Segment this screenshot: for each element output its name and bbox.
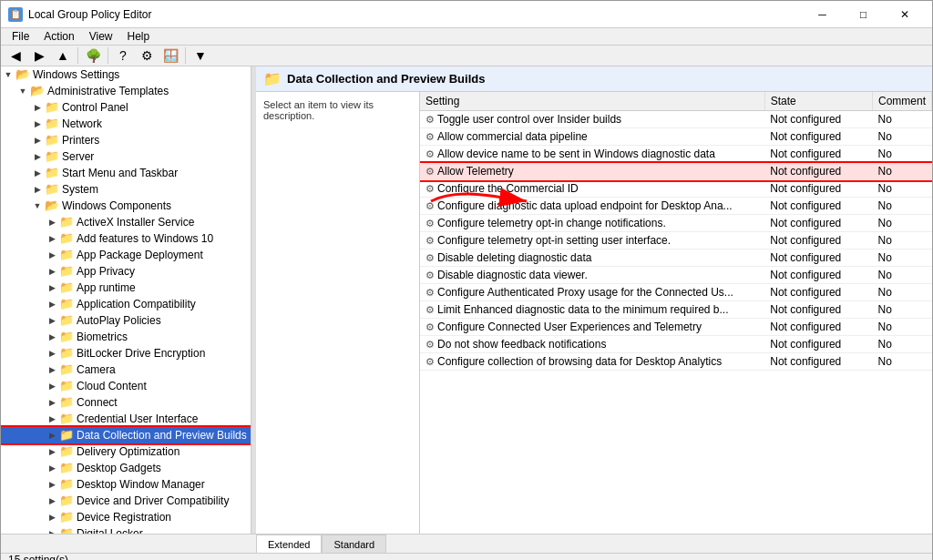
expander-app-package[interactable]: ▶ bbox=[45, 248, 59, 262]
comment-cell-4: No bbox=[872, 180, 931, 198]
tree-item-app-package[interactable]: ▶📁App Package Deployment bbox=[1, 247, 251, 263]
expander-bitlocker[interactable]: ▶ bbox=[45, 346, 59, 361]
properties-button[interactable]: ⚙ bbox=[136, 46, 158, 66]
expander-digital-locker[interactable]: ▶ bbox=[45, 526, 59, 534]
tree-item-add-features[interactable]: ▶📁Add features to Windows 10 bbox=[1, 230, 251, 247]
filter-button[interactable]: ▼ bbox=[190, 46, 211, 66]
tree-item-camera[interactable]: ▶📁Camera bbox=[1, 361, 251, 378]
col-comment[interactable]: Comment bbox=[872, 92, 931, 111]
expander-app-compat[interactable]: ▶ bbox=[45, 297, 59, 311]
table-row[interactable]: ⚙Allow device name to be sent in Windows… bbox=[420, 146, 932, 163]
maximize-button[interactable]: □ bbox=[843, 1, 884, 28]
table-row[interactable]: ⚙Configure collection of browsing data f… bbox=[420, 353, 932, 371]
tree-item-activex[interactable]: ▶📁ActiveX Installer Service bbox=[1, 214, 251, 230]
up-button[interactable]: ▲ bbox=[52, 46, 74, 66]
table-row[interactable]: ⚙Configure diagnostic data upload endpoi… bbox=[420, 198, 932, 215]
expander-windows-settings[interactable]: ▼ bbox=[1, 67, 15, 82]
expander-control-panel[interactable]: ▶ bbox=[30, 100, 45, 115]
help-button[interactable]: ? bbox=[112, 46, 134, 66]
expander-start-menu[interactable]: ▶ bbox=[30, 166, 45, 180]
tree-item-connect[interactable]: ▶📁Connect bbox=[1, 394, 251, 411]
menu-view[interactable]: View bbox=[82, 28, 120, 45]
row-icon-0: ⚙ bbox=[425, 114, 435, 125]
tree-item-biometrics[interactable]: ▶📁Biometrics bbox=[1, 329, 251, 345]
table-row[interactable]: ⚙Disable deleting diagnostic dataNot con… bbox=[420, 249, 932, 267]
tree-item-desktop-gadgets[interactable]: ▶📁Desktop Gadgets bbox=[1, 460, 251, 476]
forward-button[interactable]: ▶ bbox=[28, 46, 50, 66]
setting-cell-5: ⚙Configure diagnostic data upload endpoi… bbox=[420, 198, 764, 215]
tree-item-system[interactable]: ▶📁System bbox=[1, 181, 251, 198]
table-row[interactable]: ⚙Configure the Commercial IDNot configur… bbox=[420, 180, 932, 198]
expander-windows-components[interactable]: ▼ bbox=[30, 199, 45, 213]
expander-device-reg[interactable]: ▶ bbox=[45, 510, 59, 524]
expander-biometrics[interactable]: ▶ bbox=[45, 330, 59, 344]
tree-item-device-driver[interactable]: ▶📁Device and Driver Compatibility bbox=[1, 493, 251, 509]
table-row[interactable]: ⚙Configure telemetry opt-in setting user… bbox=[420, 232, 932, 249]
tree-item-digital-locker[interactable]: ▶📁Digital Locker bbox=[1, 525, 251, 534]
tab-standard[interactable]: Standard bbox=[322, 535, 386, 553]
expander-app-privacy[interactable]: ▶ bbox=[45, 264, 59, 279]
show-hide-tree[interactable]: 🌳 bbox=[82, 46, 104, 66]
table-row[interactable]: ⚙Disable diagnostic data viewer.Not conf… bbox=[420, 267, 932, 284]
back-button[interactable]: ◀ bbox=[5, 46, 26, 66]
table-row[interactable]: ⚙Allow TelemetryNot configuredNo bbox=[420, 163, 932, 180]
tree-item-start-menu[interactable]: ▶📁Start Menu and Taskbar bbox=[1, 165, 251, 181]
folder-icon-app-privacy: 📁 bbox=[59, 264, 74, 279]
tree-item-windows-settings[interactable]: ▼📂Windows Settings bbox=[1, 66, 251, 83]
table-row[interactable]: ⚙Allow commercial data pipelineNot confi… bbox=[420, 128, 932, 146]
menu-file[interactable]: File bbox=[5, 28, 36, 45]
tree-label-admin-templates: Administrative Templates bbox=[47, 85, 169, 97]
tree-item-network[interactable]: ▶📁Network bbox=[1, 116, 251, 132]
menu-help[interactable]: Help bbox=[120, 28, 158, 45]
tree-item-bitlocker[interactable]: ▶📁BitLocker Drive Encryption bbox=[1, 345, 251, 361]
expander-camera[interactable]: ▶ bbox=[45, 362, 59, 377]
tree-item-credential-ui[interactable]: ▶📁Credential User Interface bbox=[1, 411, 251, 427]
new-window[interactable]: 🪟 bbox=[159, 46, 181, 66]
expander-delivery-opt[interactable]: ▶ bbox=[45, 444, 59, 459]
expander-admin-templates[interactable]: ▼ bbox=[15, 84, 30, 98]
tree-item-control-panel[interactable]: ▶📁Control Panel bbox=[1, 99, 251, 116]
close-button[interactable]: ✕ bbox=[884, 1, 925, 28]
expander-system[interactable]: ▶ bbox=[30, 182, 45, 197]
table-row[interactable]: ⚙Limit Enhanced diagnostic data to the m… bbox=[420, 301, 932, 319]
tree-item-app-runtime[interactable]: ▶📁App runtime bbox=[1, 280, 251, 296]
expander-cloud-content[interactable]: ▶ bbox=[45, 379, 59, 393]
tree-item-desktop-window[interactable]: ▶📁Desktop Window Manager bbox=[1, 476, 251, 493]
tree-item-data-collection[interactable]: ▶📁Data Collection and Preview Builds bbox=[1, 427, 251, 443]
expander-desktop-gadgets[interactable]: ▶ bbox=[45, 461, 59, 475]
expander-network[interactable]: ▶ bbox=[30, 117, 45, 131]
tree-item-server[interactable]: ▶📁Server bbox=[1, 148, 251, 165]
col-state[interactable]: State bbox=[764, 92, 872, 111]
table-row[interactable]: ⚙Toggle user control over Insider builds… bbox=[420, 111, 932, 128]
expander-printers[interactable]: ▶ bbox=[30, 133, 45, 148]
minimize-button[interactable]: ─ bbox=[802, 1, 843, 28]
expander-add-features[interactable]: ▶ bbox=[45, 231, 59, 246]
tree-item-device-reg[interactable]: ▶📁Device Registration bbox=[1, 509, 251, 525]
tree-item-delivery-opt[interactable]: ▶📁Delivery Optimization bbox=[1, 443, 251, 460]
tree-item-app-privacy[interactable]: ▶📁App Privacy bbox=[1, 263, 251, 280]
tree-item-printers[interactable]: ▶📁Printers bbox=[1, 132, 251, 148]
expander-data-collection[interactable]: ▶ bbox=[45, 428, 59, 443]
table-row[interactable]: ⚙Configure Connected User Experiences an… bbox=[420, 319, 932, 336]
table-row[interactable]: ⚙Configure Authenticated Proxy usage for… bbox=[420, 284, 932, 301]
tree-label-delivery-opt: Delivery Optimization bbox=[77, 445, 179, 458]
expander-activex[interactable]: ▶ bbox=[45, 215, 59, 229]
expander-app-runtime[interactable]: ▶ bbox=[45, 280, 59, 295]
expander-connect[interactable]: ▶ bbox=[45, 395, 59, 410]
table-row[interactable]: ⚙Do not show feedback notificationsNot c… bbox=[420, 336, 932, 353]
col-setting[interactable]: Setting bbox=[420, 92, 764, 111]
expander-server[interactable]: ▶ bbox=[30, 149, 45, 164]
tree-item-app-compat[interactable]: ▶📁Application Compatibility bbox=[1, 296, 251, 312]
tree-item-cloud-content[interactable]: ▶📁Cloud Content bbox=[1, 378, 251, 394]
expander-autoplay[interactable]: ▶ bbox=[45, 313, 59, 328]
expander-device-driver[interactable]: ▶ bbox=[45, 494, 59, 508]
table-row[interactable]: ⚙Configure telemetry opt-in change notif… bbox=[420, 215, 932, 232]
expander-credential-ui[interactable]: ▶ bbox=[45, 412, 59, 426]
tree-item-windows-components[interactable]: ▼📂Windows Components bbox=[1, 198, 251, 214]
tree-item-admin-templates[interactable]: ▼📂Administrative Templates bbox=[1, 83, 251, 99]
window-controls: ─ □ ✕ bbox=[802, 1, 925, 28]
tab-extended[interactable]: Extended bbox=[256, 535, 322, 553]
tree-item-autoplay[interactable]: ▶📁AutoPlay Policies bbox=[1, 312, 251, 329]
expander-desktop-window[interactable]: ▶ bbox=[45, 477, 59, 492]
menu-action[interactable]: Action bbox=[36, 28, 81, 45]
